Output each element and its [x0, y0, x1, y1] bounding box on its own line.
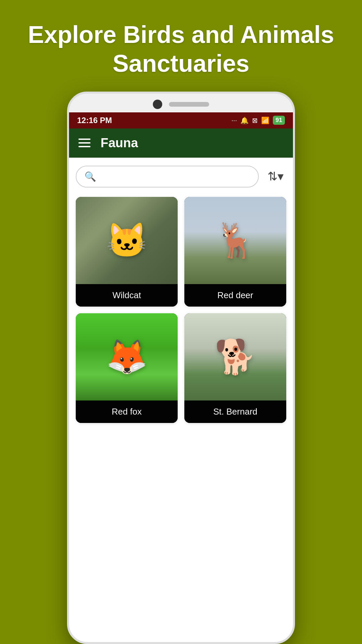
- animal-card-wildcat[interactable]: 🐱 Wildcat: [76, 197, 178, 307]
- status-icons: ··· 🔔 ⊠ 📶 91: [231, 116, 285, 125]
- fox-image: 🦊: [76, 313, 178, 400]
- app-title: Fauna: [101, 136, 138, 150]
- more-dots-icon: ···: [231, 116, 237, 124]
- wildcat-emoji: 🐱: [106, 221, 148, 260]
- stbernard-label: St. Bernard: [184, 400, 286, 423]
- phone-frame: 12:16 PM ··· 🔔 ⊠ 📶 91 Fauna 🔍 ⇅▾: [67, 92, 295, 644]
- app-bar: Fauna: [69, 128, 293, 158]
- animal-card-st-bernard[interactable]: 🐕 St. Bernard: [184, 313, 286, 423]
- app-content: 🔍 ⇅▾ 🐱 Wildcat 🦌 Red deer 🦊: [69, 158, 293, 642]
- wildcat-label: Wildcat: [76, 284, 178, 307]
- page-title: Explore Birds and Animals Sanctuaries: [13, 20, 349, 78]
- fox-emoji: 🦊: [106, 337, 148, 377]
- status-time: 12:16 PM: [77, 116, 112, 125]
- search-box[interactable]: 🔍: [76, 166, 259, 187]
- page-header: Explore Birds and Animals Sanctuaries: [0, 0, 362, 92]
- fox-label: Red fox: [76, 400, 178, 423]
- wifi-icon: 📶: [261, 116, 269, 124]
- status-bar: 12:16 PM ··· 🔔 ⊠ 📶 91: [69, 112, 293, 128]
- phone-camera: [153, 100, 162, 109]
- search-icon: 🔍: [84, 171, 96, 182]
- deer-image: 🦌: [184, 197, 286, 284]
- phone-top-bar: [69, 94, 293, 112]
- wildcat-image: 🐱: [76, 197, 178, 284]
- deer-emoji: 🦌: [215, 221, 256, 260]
- deer-label: Red deer: [184, 284, 286, 307]
- stbernard-emoji: 🐕: [215, 337, 256, 377]
- animal-card-red-deer[interactable]: 🦌 Red deer: [184, 197, 286, 307]
- search-row: 🔍 ⇅▾: [76, 166, 286, 187]
- animals-grid: 🐱 Wildcat 🦌 Red deer 🦊 Red fox 🐕: [76, 197, 286, 423]
- notification-icon: 🔔: [240, 116, 249, 124]
- search-input[interactable]: [101, 171, 250, 182]
- phone-speaker: [169, 102, 209, 107]
- sim-icon: ⊠: [252, 116, 258, 124]
- animal-card-red-fox[interactable]: 🦊 Red fox: [76, 313, 178, 423]
- stbernard-image: 🐕: [184, 313, 286, 400]
- battery-indicator: 91: [273, 116, 285, 125]
- sort-filter-button[interactable]: ⇅▾: [265, 167, 286, 186]
- hamburger-menu-button[interactable]: [78, 139, 90, 147]
